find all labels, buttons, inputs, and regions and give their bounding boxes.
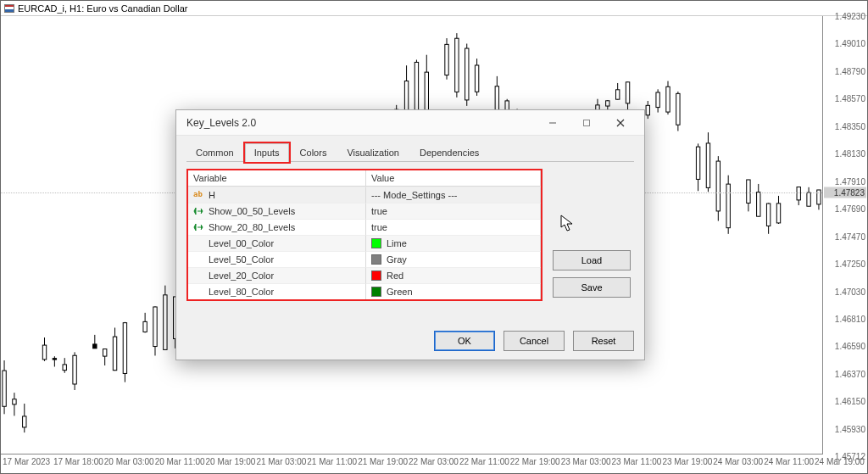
- ok-button[interactable]: OK: [434, 331, 495, 351]
- svg-rect-15: [73, 355, 76, 384]
- price-tick: 1.47250: [835, 259, 865, 269]
- cell-value[interactable]: true: [366, 219, 541, 235]
- cell-value[interactable]: Lime: [366, 235, 541, 251]
- svg-rect-17: [93, 344, 97, 349]
- col-value: Value: [366, 170, 541, 186]
- cell-value[interactable]: Red: [366, 267, 541, 283]
- svg-rect-111: [676, 93, 680, 125]
- cell-value[interactable]: Green: [366, 283, 541, 299]
- price-tick: 1.48570: [835, 94, 865, 103]
- svg-rect-107: [656, 92, 659, 108]
- dialog-title: Key_Levels 2.0: [186, 117, 256, 129]
- svg-rect-27: [153, 307, 157, 347]
- param-name: H: [209, 190, 215, 200]
- price-axis: 1.492301.490101.487901.485701.483501.481…: [823, 16, 867, 454]
- time-tick: 17 Mar 18:00: [53, 457, 103, 466]
- cell-value[interactable]: Gray: [366, 251, 541, 267]
- price-tick: 1.47030: [835, 287, 865, 296]
- svg-rect-123: [757, 192, 760, 217]
- svg-rect-13: [63, 365, 66, 371]
- color-swatch: [371, 238, 381, 248]
- reset-button[interactable]: Reset: [573, 331, 634, 351]
- svg-rect-101: [615, 90, 619, 99]
- svg-rect-105: [646, 105, 649, 114]
- tab-inputs[interactable]: Inputs: [245, 143, 289, 162]
- color-icon: [193, 270, 203, 281]
- price-tick: 1.46370: [835, 369, 865, 378]
- table-row[interactable]: Show_00_50_Levelstrue: [188, 203, 541, 219]
- price-tick: 1.48790: [835, 66, 865, 75]
- cancel-button[interactable]: Cancel: [504, 331, 565, 351]
- svg-rect-73: [445, 44, 448, 75]
- bool-icon: [193, 222, 203, 232]
- tab-visualization[interactable]: Visualization: [337, 143, 409, 162]
- close-button[interactable]: [604, 111, 637, 135]
- cell-variable: Level_50_Color: [188, 251, 366, 267]
- chart-title-bar: EURCAD_i, H1: Euro vs Canadian Dollar: [1, 1, 867, 16]
- minimize-button[interactable]: [536, 111, 570, 135]
- color-swatch: [371, 287, 381, 297]
- time-tick: 21 Mar 03:00: [256, 457, 306, 466]
- time-tick: 17 Mar 2023: [3, 457, 50, 466]
- svg-rect-77: [465, 48, 469, 100]
- time-tick: 24 Mar 03:00: [713, 457, 763, 466]
- tab-common[interactable]: Common: [186, 143, 243, 162]
- svg-rect-129: [797, 187, 800, 200]
- table-row[interactable]: Level_80_ColorGreen: [188, 283, 541, 299]
- maximize-button[interactable]: [570, 111, 604, 135]
- chart-window: EURCAD_i, H1: Euro vs Canadian Dollar 1.…: [0, 0, 868, 474]
- svg-rect-125: [766, 204, 770, 226]
- param-value: --- Mode_Settings ---: [371, 190, 457, 200]
- price-tick: 1.48130: [835, 149, 865, 159]
- table-header: Variable Value: [188, 170, 541, 187]
- time-tick: 24 Mar 11:00: [764, 457, 814, 466]
- save-button[interactable]: Save: [553, 277, 631, 298]
- inputs-table[interactable]: Variable Value abH--- Mode_Settings ---S…: [186, 169, 542, 301]
- param-name: Level_00_Color: [209, 238, 274, 248]
- cell-value[interactable]: --- Mode_Settings ---: [366, 187, 541, 203]
- color-icon: [193, 287, 203, 297]
- bool-icon: [193, 206, 203, 216]
- table-row[interactable]: Show_20_80_Levelstrue: [188, 219, 541, 235]
- color-swatch: [371, 254, 381, 265]
- color-swatch: [371, 270, 381, 281]
- dialog-titlebar[interactable]: Key_Levels 2.0: [176, 110, 644, 136]
- table-row[interactable]: Level_20_ColorRed: [188, 267, 541, 283]
- param-name: Level_50_Color: [209, 254, 274, 265]
- svg-rect-115: [706, 143, 709, 187]
- svg-rect-9: [42, 345, 46, 360]
- load-button[interactable]: Load: [553, 250, 631, 270]
- param-name: Show_00_50_Levels: [209, 206, 295, 216]
- indicator-properties-dialog: Key_Levels 2.0 Common Inputs Colors Visu…: [175, 109, 645, 360]
- table-row[interactable]: Level_50_ColorGray: [188, 251, 541, 267]
- price-tick: 1.49010: [835, 39, 865, 48]
- cell-variable: Show_00_50_Levels: [188, 203, 366, 219]
- svg-rect-75: [455, 38, 459, 92]
- svg-rect-19: [103, 349, 106, 357]
- param-name: Level_20_Color: [209, 270, 274, 281]
- svg-rect-79: [475, 65, 478, 92]
- svg-rect-25: [143, 321, 147, 332]
- time-tick: 21 Mar 19:00: [358, 457, 408, 466]
- svg-rect-5: [13, 399, 16, 404]
- time-tick: 22 Mar 19:00: [510, 457, 560, 466]
- color-icon: [193, 254, 203, 265]
- table-row[interactable]: Level_00_ColorLime: [188, 235, 541, 251]
- time-tick: 22 Mar 11:00: [459, 457, 509, 466]
- table-row[interactable]: abH--- Mode_Settings ---: [188, 187, 541, 203]
- cell-value[interactable]: true: [366, 203, 541, 219]
- svg-rect-131: [807, 192, 810, 206]
- svg-rect-7: [23, 416, 26, 427]
- param-value: Gray: [387, 254, 407, 265]
- tab-dependencies[interactable]: Dependencies: [410, 143, 488, 162]
- side-buttons: Load Save: [553, 169, 631, 301]
- time-tick: 23 Mar 03:00: [561, 457, 611, 466]
- chart-title-text: EURCAD_i, H1: Euro vs Canadian Dollar: [18, 3, 188, 14]
- param-value: Lime: [387, 238, 407, 248]
- tab-colors[interactable]: Colors: [291, 143, 337, 162]
- dialog-body: Common Inputs Colors Visualization Depen…: [176, 136, 644, 326]
- svg-rect-21: [113, 337, 116, 371]
- time-tick: 21 Mar 11:00: [307, 457, 357, 466]
- cell-variable: Level_20_Color: [188, 267, 366, 283]
- param-name: Level_80_Color: [209, 287, 274, 297]
